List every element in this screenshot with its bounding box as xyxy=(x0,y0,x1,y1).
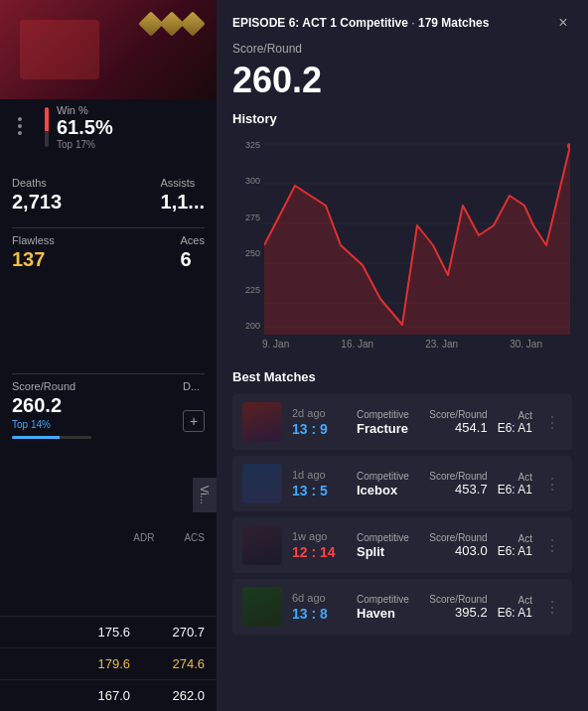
x-label-jan30: 30. Jan xyxy=(510,339,542,350)
acs-header: ACS xyxy=(184,532,205,543)
y-275: 275 xyxy=(232,213,260,222)
match-stats-2: Score/Round 453.7 xyxy=(429,471,487,497)
flawless-label: Flawless xyxy=(12,234,55,246)
history-section: History 325 300 275 250 225 200 xyxy=(217,111,588,359)
avatar-inner-3 xyxy=(242,525,282,565)
match-act-2: Act E6: A1 xyxy=(498,472,532,497)
match-time-score-4: 6d ago 13 : 8 xyxy=(292,592,347,622)
score-label: Score/Round xyxy=(12,380,91,392)
adr-val-2: 179.6 xyxy=(85,656,130,671)
chart-container: 325 300 275 250 225 200 xyxy=(232,136,570,335)
y-200: 200 xyxy=(232,321,260,331)
match-act-val-3: E6: A1 xyxy=(498,544,532,558)
match-avatar-1 xyxy=(242,402,282,442)
svg-marker-6 xyxy=(264,146,570,335)
win-sub: Top 17% xyxy=(57,139,113,150)
match-time-4: 6d ago xyxy=(292,592,347,604)
match-more-1[interactable]: ⋮ xyxy=(542,413,562,432)
match-stat-val-2: 453.7 xyxy=(429,482,487,497)
match-act-val-4: E6: A1 xyxy=(498,606,532,620)
y-250: 250 xyxy=(232,248,260,258)
match-time-2: 1d ago xyxy=(292,469,347,481)
score-bar-fill xyxy=(12,436,60,439)
avatar-inner-4 xyxy=(242,587,282,627)
match-act-label-4: Act xyxy=(498,595,532,606)
win-value: 61.5% xyxy=(57,116,113,139)
match-act-label-2: Act xyxy=(498,472,532,483)
match-map-4: Haven xyxy=(357,606,419,621)
flawless-stat: Flawless 137 xyxy=(12,234,55,271)
match-act-val-1: E6: A1 xyxy=(498,421,532,435)
match-time-score-3: 1w ago 12 : 14 xyxy=(292,530,347,560)
match-stat-label-4: Score/Round xyxy=(429,594,487,605)
deaths-label: Deaths xyxy=(12,177,62,189)
match-avatar-2 xyxy=(242,464,282,503)
panel-title-text: EPISODE 6: ACT 1 Competitive xyxy=(232,16,408,30)
avatar-inner-1 xyxy=(242,402,282,442)
hero-image xyxy=(0,0,217,99)
match-item-split: 1w ago 12 : 14 Competitive Split Score/R… xyxy=(232,517,572,573)
close-button[interactable]: × xyxy=(554,14,572,32)
match-avatar-4 xyxy=(242,587,282,627)
score-label-sm: Score/Round xyxy=(232,42,572,56)
x-label-jan23: 23. Jan xyxy=(425,339,458,350)
match-score-1: 13 : 9 xyxy=(292,421,347,437)
acs-val-3: 262.0 xyxy=(160,688,205,703)
match-item-icebox: 1d ago 13 : 5 Competitive Icebox Score/R… xyxy=(232,456,572,511)
match-stats-4: Score/Round 395.2 xyxy=(429,594,487,620)
score-big: 260.2 xyxy=(232,60,572,101)
table-header: ADR ACS xyxy=(0,528,217,547)
match-time-score-2: 1d ago 13 : 5 xyxy=(292,469,347,498)
chart-svg xyxy=(264,136,570,335)
match-avatar-3 xyxy=(242,525,282,565)
match-meta-1: Competitive Fracture xyxy=(357,409,419,436)
stat-row-1: Deaths 2,713 Assists 1,1... xyxy=(12,177,205,213)
match-time-score-1: 2d ago 13 : 9 xyxy=(292,407,347,437)
match-stat-val-3: 403.0 xyxy=(429,543,487,558)
best-matches-title: Best Matches xyxy=(232,369,572,384)
assists-value: 1,1... xyxy=(161,191,205,213)
plus-button[interactable]: + xyxy=(183,410,205,432)
dot-2 xyxy=(18,124,22,128)
rank-icon-3 xyxy=(180,11,205,36)
deaths-stat: Deaths 2,713 xyxy=(12,177,62,213)
left-panel: Win % 61.5% Top 17% Deaths 2,713 Assists… xyxy=(0,0,217,711)
match-type-3: Competitive xyxy=(357,532,419,543)
match-meta-3: Competitive Split xyxy=(357,532,419,559)
acs-val-1: 270.7 xyxy=(160,625,205,640)
match-act-val-2: E6: A1 xyxy=(498,483,532,497)
match-type-4: Competitive xyxy=(357,594,419,605)
rank-icons xyxy=(142,15,202,33)
flawless-value: 137 xyxy=(12,248,55,271)
panel-title: EPISODE 6: ACT 1 Competitive · 179 Match… xyxy=(232,16,489,30)
axis-labels: 9. Jan 16. Jan 23. Jan 30. Jan xyxy=(232,335,572,350)
score-section: Score/Round 260.2 xyxy=(217,42,588,111)
panel-header: EPISODE 6: ACT 1 Competitive · 179 Match… xyxy=(217,0,588,42)
match-more-2[interactable]: ⋮ xyxy=(542,475,562,494)
aces-stat: Aces 6 xyxy=(181,234,205,271)
match-score-4: 13 : 8 xyxy=(292,606,347,622)
right-panel: EPISODE 6: ACT 1 Competitive · 179 Match… xyxy=(217,0,588,711)
diff-label: D... xyxy=(183,380,205,392)
assists-label: Assists xyxy=(161,177,205,189)
view-button[interactable]: Vi... xyxy=(193,478,217,512)
match-act-3: Act E6: A1 xyxy=(498,533,532,558)
acs-val-2: 274.6 xyxy=(160,656,205,671)
adr-val-1: 175.6 xyxy=(85,625,130,640)
stats-grid: Deaths 2,713 Assists 1,1... Flawless 137… xyxy=(0,167,217,295)
match-act-label-3: Act xyxy=(498,533,532,544)
match-more-4[interactable]: ⋮ xyxy=(542,598,562,617)
chart-area xyxy=(264,136,570,335)
y-325: 325 xyxy=(232,140,260,150)
match-item-haven: 6d ago 13 : 8 Competitive Haven Score/Ro… xyxy=(232,579,572,635)
adr-header: ADR xyxy=(133,532,154,543)
match-more-3[interactable]: ⋮ xyxy=(542,536,562,555)
match-act-label-1: Act xyxy=(498,410,532,421)
assists-stat: Assists 1,1... xyxy=(161,177,205,213)
score-bar xyxy=(12,436,91,439)
aces-value: 6 xyxy=(181,248,205,271)
dots-menu[interactable] xyxy=(10,109,30,143)
win-info: Win % 61.5% Top 17% xyxy=(57,104,113,150)
table-row: 179.6 274.6 xyxy=(0,647,217,679)
match-score-2: 13 : 5 xyxy=(292,483,347,498)
